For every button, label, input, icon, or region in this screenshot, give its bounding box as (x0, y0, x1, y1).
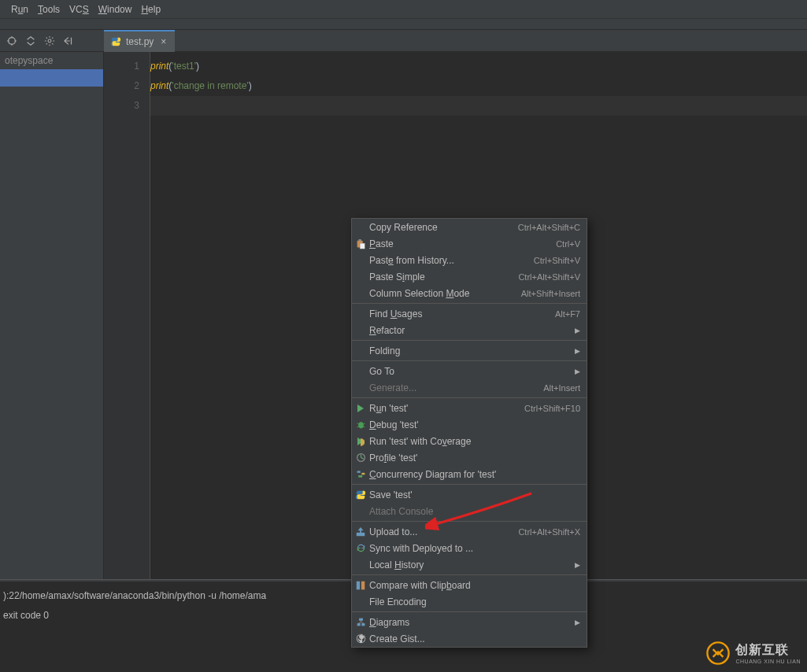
svg-rect-19 (357, 581, 360, 589)
svg-rect-17 (358, 475, 362, 477)
svg-line-10 (357, 423, 358, 425)
code-line (150, 96, 807, 116)
svg-line-13 (362, 426, 364, 427)
collapse-icon[interactable] (25, 35, 36, 46)
menu-separator (352, 521, 587, 522)
code-line: print('change in remote') (150, 76, 807, 96)
context-menu: Copy ReferenceCtrl+Alt+Shift+C PasteCtrl… (351, 218, 587, 648)
concurrency-icon (354, 468, 367, 481)
menu-help[interactable]: Help (136, 4, 165, 15)
menu-go-to[interactable]: Go To▶ (352, 363, 587, 379)
gear-icon[interactable] (44, 35, 55, 46)
menu-attach-console: Attach Console (352, 503, 587, 519)
svg-point-9 (358, 422, 364, 428)
menu-run-test[interactable]: Run 'test'Ctrl+Shift+F10 (352, 400, 587, 416)
paste-icon (354, 238, 367, 250)
watermark-logo-icon (705, 641, 731, 666)
menu-sync-deployed[interactable]: Sync with Deployed to ... (352, 540, 587, 556)
svg-line-12 (357, 426, 358, 427)
sync-icon (354, 542, 367, 555)
python-icon (354, 489, 367, 501)
menu-debug-test[interactable]: Debug 'test' (352, 416, 587, 433)
svg-rect-22 (357, 623, 360, 626)
hide-icon[interactable] (63, 35, 74, 46)
menu-window[interactable]: Window (94, 4, 137, 15)
python-file-icon (110, 36, 121, 47)
debug-icon (354, 419, 367, 431)
menu-generate: Generate...Alt+Insert (352, 379, 587, 396)
menu-separator (352, 397, 587, 398)
menu-create-gist[interactable]: Create Gist... (352, 630, 587, 647)
svg-point-0 (9, 37, 16, 44)
menu-separator (352, 303, 587, 304)
svg-line-11 (362, 423, 364, 425)
menu-local-history[interactable]: Local History▶ (352, 556, 587, 573)
menu-paste-simple[interactable]: Paste SimpleCtrl+Alt+Shift+V (352, 268, 587, 285)
compare-icon (354, 579, 367, 592)
coverage-icon (354, 435, 367, 448)
menu-tools[interactable]: Tools (33, 4, 65, 15)
menu-bar: Run Tools VCS Window Help (0, 0, 807, 19)
project-selected-item[interactable] (0, 69, 103, 87)
svg-rect-23 (361, 623, 365, 626)
line-number: 3 (104, 96, 139, 116)
editor-tab[interactable]: test.py × (104, 30, 175, 52)
menu-copy-reference[interactable]: Copy ReferenceCtrl+Alt+Shift+C (352, 219, 587, 235)
submenu-arrow-icon: ▶ (575, 347, 580, 355)
menu-paste-history[interactable]: Paste from History...Ctrl+Shift+V (352, 252, 587, 268)
profile-icon (354, 452, 367, 464)
code-line: print('test1') (150, 57, 807, 76)
submenu-arrow-icon: ▶ (575, 618, 580, 626)
svg-rect-20 (361, 581, 365, 589)
menu-vcs[interactable]: VCS (65, 4, 94, 15)
submenu-arrow-icon: ▶ (575, 561, 580, 569)
project-toolbar (0, 35, 104, 46)
menu-separator (352, 360, 587, 361)
menu-concurrency[interactable]: Concurrency Diagram for 'test' (352, 466, 587, 482)
menu-upload-to[interactable]: Upload to...Ctrl+Alt+Shift+X (352, 523, 587, 540)
menu-compare-clipboard[interactable]: Compare with Clipboard (352, 577, 587, 593)
tab-filename: test.py (126, 36, 154, 47)
tab-close-button[interactable]: × (158, 36, 168, 47)
svg-rect-15 (357, 471, 360, 472)
menu-profile-test[interactable]: Profile 'test' (352, 449, 587, 466)
menu-separator (352, 340, 587, 341)
menu-separator (352, 574, 587, 575)
svg-rect-18 (357, 532, 365, 535)
menu-separator (352, 484, 587, 485)
svg-rect-16 (361, 473, 365, 474)
menu-run-coverage[interactable]: Run 'test' with Coverage (352, 433, 587, 449)
line-number-gutter: 1 2 3 (104, 52, 150, 579)
menu-paste[interactable]: PasteCtrl+V (352, 235, 587, 252)
line-number: 2 (104, 76, 139, 96)
menu-file-encoding[interactable]: File Encoding (352, 593, 587, 610)
svg-rect-7 (358, 238, 361, 241)
svg-point-5 (48, 39, 51, 42)
menu-folding[interactable]: Folding▶ (352, 342, 587, 359)
svg-rect-8 (360, 243, 365, 249)
line-number: 1 (104, 57, 139, 76)
run-icon (354, 402, 367, 415)
submenu-arrow-icon: ▶ (575, 327, 580, 334)
menu-diagrams[interactable]: Diagrams▶ (352, 614, 587, 630)
diagrams-icon (354, 616, 367, 629)
upload-icon (354, 526, 367, 538)
watermark: 创新互联 CHUANG XIN HU LIAN (705, 641, 801, 666)
menu-column-selection[interactable]: Column Selection ModeAlt+Shift+Insert (352, 285, 587, 301)
watermark-text: 创新互联 (735, 642, 801, 659)
menu-separator (352, 611, 587, 612)
watermark-subtext: CHUANG XIN HU LIAN (735, 659, 801, 664)
svg-rect-21 (359, 618, 363, 621)
menu-refactor[interactable]: Refactor▶ (352, 322, 587, 338)
project-sidebar: otepyspace (0, 52, 104, 579)
toolbar-row: test.py × (0, 30, 807, 52)
submenu-arrow-icon: ▶ (575, 367, 580, 375)
menu-run[interactable]: Run (6, 4, 33, 15)
project-root[interactable]: otepyspace (0, 52, 103, 69)
navigation-bar (0, 19, 807, 30)
target-icon[interactable] (6, 35, 17, 46)
github-icon (354, 633, 367, 645)
menu-find-usages[interactable]: Find UsagesAlt+F7 (352, 305, 587, 322)
menu-save-test[interactable]: Save 'test' (352, 486, 587, 503)
